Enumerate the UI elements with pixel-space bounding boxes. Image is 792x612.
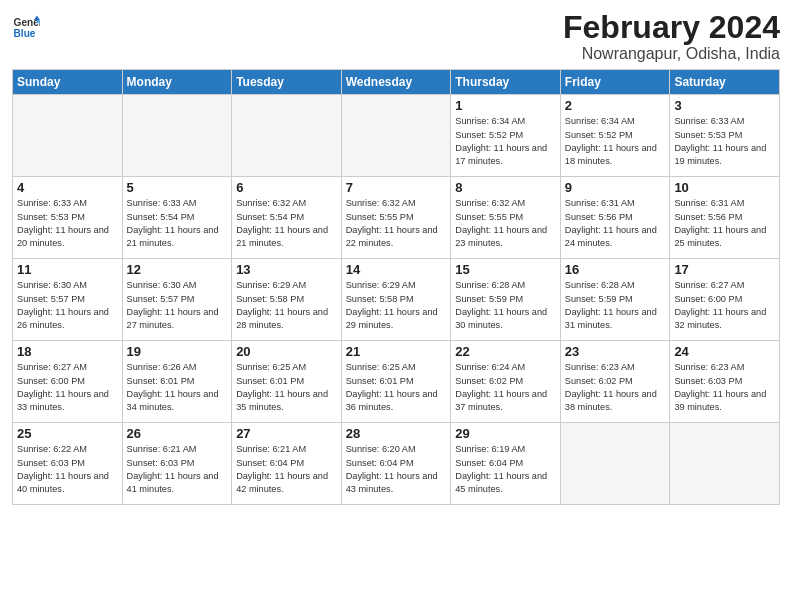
col-thursday: Thursday — [451, 70, 561, 95]
table-row — [122, 95, 232, 177]
day-info: Sunrise: 6:33 AMSunset: 5:53 PMDaylight:… — [17, 197, 118, 250]
day-number: 21 — [346, 344, 447, 359]
table-row: 14Sunrise: 6:29 AMSunset: 5:58 PMDayligh… — [341, 259, 451, 341]
day-info: Sunrise: 6:32 AMSunset: 5:55 PMDaylight:… — [346, 197, 447, 250]
table-row: 28Sunrise: 6:20 AMSunset: 6:04 PMDayligh… — [341, 423, 451, 505]
day-number: 3 — [674, 98, 775, 113]
table-row: 25Sunrise: 6:22 AMSunset: 6:03 PMDayligh… — [13, 423, 123, 505]
day-info: Sunrise: 6:23 AMSunset: 6:02 PMDaylight:… — [565, 361, 666, 414]
col-saturday: Saturday — [670, 70, 780, 95]
table-row: 9Sunrise: 6:31 AMSunset: 5:56 PMDaylight… — [560, 177, 670, 259]
day-info: Sunrise: 6:31 AMSunset: 5:56 PMDaylight:… — [674, 197, 775, 250]
col-tuesday: Tuesday — [232, 70, 342, 95]
calendar-week-row: 11Sunrise: 6:30 AMSunset: 5:57 PMDayligh… — [13, 259, 780, 341]
day-info: Sunrise: 6:33 AMSunset: 5:53 PMDaylight:… — [674, 115, 775, 168]
day-number: 22 — [455, 344, 556, 359]
day-info: Sunrise: 6:33 AMSunset: 5:54 PMDaylight:… — [127, 197, 228, 250]
table-row — [560, 423, 670, 505]
day-number: 10 — [674, 180, 775, 195]
day-info: Sunrise: 6:24 AMSunset: 6:02 PMDaylight:… — [455, 361, 556, 414]
table-row: 19Sunrise: 6:26 AMSunset: 6:01 PMDayligh… — [122, 341, 232, 423]
day-info: Sunrise: 6:31 AMSunset: 5:56 PMDaylight:… — [565, 197, 666, 250]
table-row: 17Sunrise: 6:27 AMSunset: 6:00 PMDayligh… — [670, 259, 780, 341]
logo: General Blue — [12, 14, 40, 42]
table-row: 6Sunrise: 6:32 AMSunset: 5:54 PMDaylight… — [232, 177, 342, 259]
day-info: Sunrise: 6:34 AMSunset: 5:52 PMDaylight:… — [565, 115, 666, 168]
day-info: Sunrise: 6:26 AMSunset: 6:01 PMDaylight:… — [127, 361, 228, 414]
table-row: 21Sunrise: 6:25 AMSunset: 6:01 PMDayligh… — [341, 341, 451, 423]
day-info: Sunrise: 6:23 AMSunset: 6:03 PMDaylight:… — [674, 361, 775, 414]
table-row: 26Sunrise: 6:21 AMSunset: 6:03 PMDayligh… — [122, 423, 232, 505]
day-info: Sunrise: 6:34 AMSunset: 5:52 PMDaylight:… — [455, 115, 556, 168]
day-number: 18 — [17, 344, 118, 359]
day-info: Sunrise: 6:25 AMSunset: 6:01 PMDaylight:… — [236, 361, 337, 414]
calendar-week-row: 4Sunrise: 6:33 AMSunset: 5:53 PMDaylight… — [13, 177, 780, 259]
day-info: Sunrise: 6:21 AMSunset: 6:03 PMDaylight:… — [127, 443, 228, 496]
table-row: 2Sunrise: 6:34 AMSunset: 5:52 PMDaylight… — [560, 95, 670, 177]
day-number: 26 — [127, 426, 228, 441]
day-number: 27 — [236, 426, 337, 441]
table-row: 15Sunrise: 6:28 AMSunset: 5:59 PMDayligh… — [451, 259, 561, 341]
day-info: Sunrise: 6:30 AMSunset: 5:57 PMDaylight:… — [17, 279, 118, 332]
day-number: 6 — [236, 180, 337, 195]
table-row: 12Sunrise: 6:30 AMSunset: 5:57 PMDayligh… — [122, 259, 232, 341]
day-number: 16 — [565, 262, 666, 277]
table-row: 20Sunrise: 6:25 AMSunset: 6:01 PMDayligh… — [232, 341, 342, 423]
svg-text:Blue: Blue — [14, 28, 36, 39]
table-row: 13Sunrise: 6:29 AMSunset: 5:58 PMDayligh… — [232, 259, 342, 341]
calendar-header-row: Sunday Monday Tuesday Wednesday Thursday… — [13, 70, 780, 95]
day-info: Sunrise: 6:21 AMSunset: 6:04 PMDaylight:… — [236, 443, 337, 496]
col-monday: Monday — [122, 70, 232, 95]
calendar-week-row: 25Sunrise: 6:22 AMSunset: 6:03 PMDayligh… — [13, 423, 780, 505]
table-row: 22Sunrise: 6:24 AMSunset: 6:02 PMDayligh… — [451, 341, 561, 423]
table-row: 27Sunrise: 6:21 AMSunset: 6:04 PMDayligh… — [232, 423, 342, 505]
table-row — [341, 95, 451, 177]
table-row: 10Sunrise: 6:31 AMSunset: 5:56 PMDayligh… — [670, 177, 780, 259]
table-row — [13, 95, 123, 177]
day-info: Sunrise: 6:32 AMSunset: 5:54 PMDaylight:… — [236, 197, 337, 250]
day-number: 2 — [565, 98, 666, 113]
day-info: Sunrise: 6:25 AMSunset: 6:01 PMDaylight:… — [346, 361, 447, 414]
day-info: Sunrise: 6:20 AMSunset: 6:04 PMDaylight:… — [346, 443, 447, 496]
table-row: 7Sunrise: 6:32 AMSunset: 5:55 PMDaylight… — [341, 177, 451, 259]
table-row: 5Sunrise: 6:33 AMSunset: 5:54 PMDaylight… — [122, 177, 232, 259]
calendar-week-row: 18Sunrise: 6:27 AMSunset: 6:00 PMDayligh… — [13, 341, 780, 423]
table-row: 18Sunrise: 6:27 AMSunset: 6:00 PMDayligh… — [13, 341, 123, 423]
day-number: 28 — [346, 426, 447, 441]
day-info: Sunrise: 6:28 AMSunset: 5:59 PMDaylight:… — [565, 279, 666, 332]
day-number: 12 — [127, 262, 228, 277]
day-number: 15 — [455, 262, 556, 277]
day-number: 8 — [455, 180, 556, 195]
day-info: Sunrise: 6:32 AMSunset: 5:55 PMDaylight:… — [455, 197, 556, 250]
day-info: Sunrise: 6:27 AMSunset: 6:00 PMDaylight:… — [674, 279, 775, 332]
location-subtitle: Nowrangapur, Odisha, India — [563, 45, 780, 63]
day-number: 1 — [455, 98, 556, 113]
col-sunday: Sunday — [13, 70, 123, 95]
day-number: 13 — [236, 262, 337, 277]
table-row: 1Sunrise: 6:34 AMSunset: 5:52 PMDaylight… — [451, 95, 561, 177]
day-number: 19 — [127, 344, 228, 359]
day-number: 24 — [674, 344, 775, 359]
day-number: 20 — [236, 344, 337, 359]
day-number: 7 — [346, 180, 447, 195]
day-number: 4 — [17, 180, 118, 195]
table-row — [232, 95, 342, 177]
day-number: 17 — [674, 262, 775, 277]
day-info: Sunrise: 6:19 AMSunset: 6:04 PMDaylight:… — [455, 443, 556, 496]
title-area: February 2024 Nowrangapur, Odisha, India — [563, 10, 780, 63]
day-info: Sunrise: 6:29 AMSunset: 5:58 PMDaylight:… — [236, 279, 337, 332]
logo-icon: General Blue — [12, 14, 40, 42]
table-row: 24Sunrise: 6:23 AMSunset: 6:03 PMDayligh… — [670, 341, 780, 423]
day-number: 29 — [455, 426, 556, 441]
table-row: 8Sunrise: 6:32 AMSunset: 5:55 PMDaylight… — [451, 177, 561, 259]
calendar-week-row: 1Sunrise: 6:34 AMSunset: 5:52 PMDaylight… — [13, 95, 780, 177]
table-row: 16Sunrise: 6:28 AMSunset: 5:59 PMDayligh… — [560, 259, 670, 341]
table-row: 29Sunrise: 6:19 AMSunset: 6:04 PMDayligh… — [451, 423, 561, 505]
day-info: Sunrise: 6:29 AMSunset: 5:58 PMDaylight:… — [346, 279, 447, 332]
day-info: Sunrise: 6:28 AMSunset: 5:59 PMDaylight:… — [455, 279, 556, 332]
table-row — [670, 423, 780, 505]
day-number: 5 — [127, 180, 228, 195]
col-wednesday: Wednesday — [341, 70, 451, 95]
day-number: 14 — [346, 262, 447, 277]
month-year-title: February 2024 — [563, 10, 780, 45]
